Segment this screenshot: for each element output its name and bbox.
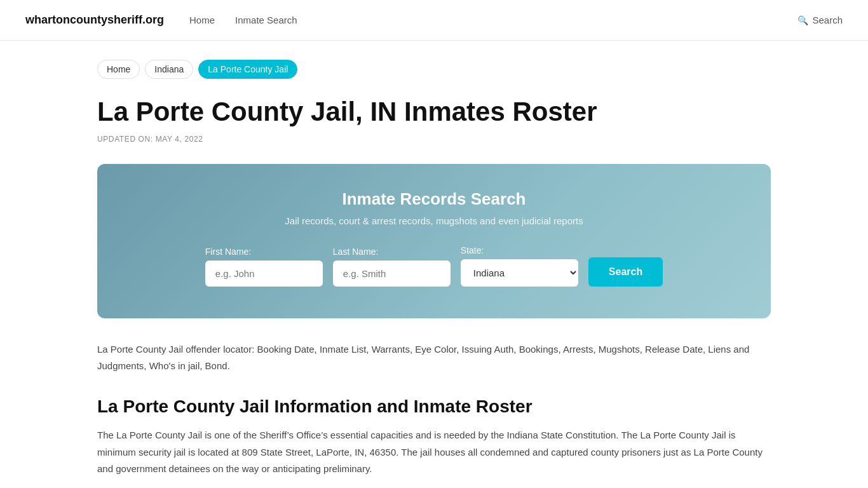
search-card-title: Inmate Records Search: [135, 189, 733, 209]
breadcrumb: Home Indiana La Porte County Jail: [97, 60, 771, 79]
nav-links: Home Inmate Search: [189, 15, 797, 25]
breadcrumb-indiana[interactable]: Indiana: [145, 60, 193, 79]
first-name-group: First Name:: [205, 247, 323, 287]
main-content: Home Indiana La Porte County Jail La Por…: [72, 41, 796, 488]
first-name-label: First Name:: [205, 247, 251, 257]
description-text: La Porte County Jail offender locator: B…: [97, 341, 771, 374]
state-select[interactable]: AlabamaAlaskaArizonaArkansasCaliforniaCo…: [461, 259, 578, 287]
search-form: First Name: Last Name: State: AlabamaAla…: [135, 245, 733, 287]
section-body: The La Porte County Jail is one of the S…: [97, 427, 771, 477]
navbar: whartoncountysheriff.org Home Inmate Sea…: [0, 0, 868, 41]
last-name-input[interactable]: [333, 261, 451, 287]
search-card-subtitle: Jail records, court & arrest records, mu…: [135, 215, 733, 226]
state-group: State: AlabamaAlaskaArizonaArkansasCalif…: [461, 245, 578, 287]
section-title: La Porte County Jail Information and Inm…: [97, 396, 771, 417]
page-title: La Porte County Jail, IN Inmates Roster: [97, 97, 771, 127]
updated-on: UPDATED ON: MAY 4, 2022: [97, 135, 771, 144]
search-icon: 🔍: [797, 15, 808, 25]
navbar-search-btn[interactable]: 🔍 Search: [797, 15, 843, 25]
brand-logo[interactable]: whartoncountysheriff.org: [25, 13, 164, 27]
search-button[interactable]: Search: [588, 257, 663, 287]
last-name-label: Last Name:: [333, 247, 379, 257]
first-name-input[interactable]: [205, 261, 323, 287]
state-label: State:: [461, 245, 484, 255]
breadcrumb-la-porte[interactable]: La Porte County Jail: [198, 60, 297, 79]
last-name-group: Last Name:: [333, 247, 451, 287]
nav-inmate-search[interactable]: Inmate Search: [235, 15, 297, 25]
nav-home[interactable]: Home: [189, 15, 215, 25]
breadcrumb-home[interactable]: Home: [97, 60, 140, 79]
navbar-search-label: Search: [812, 15, 843, 25]
search-card: Inmate Records Search Jail records, cour…: [97, 164, 771, 318]
